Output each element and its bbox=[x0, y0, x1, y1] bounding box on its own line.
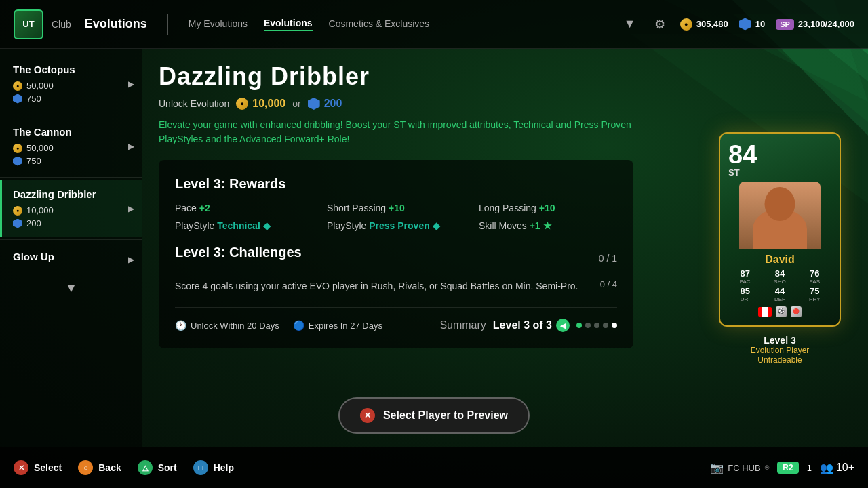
sidebar-item-name-dazzling: Dazzling Dribbler bbox=[13, 188, 132, 200]
dazzling-costs: ● 10,000 200 bbox=[13, 205, 132, 228]
card-stats: 87 PAC 84 SHO 76 PAS 85 DRI 44 DEF 75 PH… bbox=[728, 268, 831, 302]
challenge-progress-total: 0 / 1 bbox=[599, 253, 617, 264]
stat-phy: 75 PHY bbox=[798, 286, 831, 302]
rewards-grid: Pace +2 Short Passing +10 Long Passing +… bbox=[175, 203, 617, 231]
coin-icon-small: ● bbox=[13, 81, 22, 91]
players-count: 👥 10+ bbox=[820, 462, 854, 474]
player-card: 84 ST David 87 PAC 84 SHO 76 PAS 85 DRI … bbox=[719, 132, 841, 327]
x-icon-footer: ✕ bbox=[14, 460, 28, 475]
sidebar-item-name-glowup: Glow Up bbox=[13, 251, 132, 262]
help-footer-label: Help bbox=[214, 462, 234, 473]
player-panel: 84 ST David 87 PAC 84 SHO 76 PAS 85 DRI … bbox=[692, 49, 868, 447]
nav-club[interactable]: Club bbox=[52, 19, 71, 30]
filter-icon[interactable]: ▼ bbox=[620, 15, 639, 34]
unlock-label: Unlock Evolution bbox=[159, 98, 229, 109]
triangle-icon-footer: △ bbox=[138, 460, 153, 475]
unlock-row: Unlock Evolution ● 10,000 or 200 bbox=[159, 98, 678, 110]
square-icon-footer: □ bbox=[193, 460, 208, 475]
sp-display: SP 23,100/24,000 bbox=[776, 19, 854, 30]
select-player-button[interactable]: ✕ Select Player to Preview bbox=[338, 397, 530, 434]
camera-fchub: 📷 FC HUB ® bbox=[710, 462, 769, 474]
reward-pace: Pace +2 bbox=[175, 203, 313, 214]
select-footer-btn[interactable]: ✕ Select bbox=[14, 460, 62, 475]
shield-icon-small bbox=[13, 94, 22, 104]
sidebar: The Octopus ● 50,000 750 ▶ The Cannon ● … bbox=[0, 49, 142, 447]
reward-playstyle-press: PlayStyle Press Proven ◆ bbox=[327, 220, 465, 231]
x-button-icon: ✕ bbox=[360, 408, 375, 423]
clock-icon: 🕐 bbox=[175, 320, 186, 331]
select-footer-label: Select bbox=[34, 462, 62, 473]
unlock-or: or bbox=[292, 98, 300, 109]
evolution-title: Dazzling Dribbler bbox=[159, 62, 678, 91]
dot-1 bbox=[576, 323, 582, 328]
players-plus-label: 10+ bbox=[836, 462, 854, 474]
reward-playstyle-technical: PlayStyle Technical ◆ bbox=[175, 220, 313, 231]
challenges-title: Level 3: Challenges bbox=[175, 245, 302, 260]
r2-badge: R2 bbox=[777, 462, 798, 474]
challenge-progress-sub: 0 / 4 bbox=[600, 279, 617, 289]
level-circle[interactable]: ◀ bbox=[556, 319, 570, 332]
chevron-right-icon4: ▶ bbox=[128, 255, 134, 264]
sidebar-item-name-cannon: The Cannon bbox=[13, 126, 132, 138]
coin-icon-unlock: ● bbox=[236, 98, 248, 110]
card-rating: 84 bbox=[728, 142, 831, 167]
sidebar-item-cannon[interactable]: The Cannon ● 50,000 750 ▶ bbox=[0, 118, 142, 174]
expires-timer: 🔵 Expires In 27 Days bbox=[293, 320, 382, 331]
topbar: UT Club Evolutions My Evolutions Evoluti… bbox=[0, 0, 868, 49]
coin-icon-small2: ● bbox=[13, 144, 22, 153]
footer-right: 📷 FC HUB ® R2 1 👥 10+ bbox=[710, 462, 854, 474]
footer: ✕ Select ○ Back △ Sort □ Help 📷 FC HUB ®… bbox=[0, 447, 868, 488]
ut-logo: UT bbox=[14, 9, 43, 39]
sidebar-divider2 bbox=[0, 177, 142, 178]
challenges-section: Level 3: Challenges 0 / 1 Score 4 goals … bbox=[175, 245, 617, 293]
top-nav: Club Evolutions My Evolutions Evolutions… bbox=[52, 14, 620, 35]
dot-3 bbox=[594, 323, 599, 328]
stat-sho: 84 SHO bbox=[763, 268, 796, 285]
chevron-right-icon: ▶ bbox=[128, 79, 134, 89]
dot-2 bbox=[585, 323, 591, 328]
sidebar-divider3 bbox=[0, 239, 142, 240]
stat-pac: 87 PAC bbox=[728, 268, 762, 285]
evo-player-label: Evolution Player bbox=[751, 346, 810, 355]
level-indicator: Level 3 of 3 ◀ bbox=[493, 319, 570, 332]
nav-separator bbox=[167, 14, 168, 35]
o-icon-footer: ○ bbox=[78, 460, 93, 475]
sort-footer-btn[interactable]: △ Sort bbox=[138, 460, 177, 475]
sidebar-item-dazzling[interactable]: Dazzling Dribbler ● 10,000 200 ▶ bbox=[0, 180, 142, 237]
select-player-label: Select Player to Preview bbox=[383, 409, 508, 422]
sidebar-divider bbox=[0, 115, 142, 115]
chevron-right-icon2: ▶ bbox=[128, 142, 134, 151]
sidebar-item-octopus[interactable]: The Octopus ● 50,000 750 ▶ bbox=[0, 56, 142, 112]
card-player-name: David bbox=[728, 253, 831, 266]
reward-long-passing: Long Passing +10 bbox=[479, 203, 617, 214]
shield-currency-icon bbox=[739, 18, 751, 30]
rewards-title: Level 3: Rewards bbox=[175, 176, 617, 192]
sort-footer-label: Sort bbox=[158, 462, 177, 473]
octopus-costs: ● 50,000 750 bbox=[13, 81, 132, 104]
tab-evolutions[interactable]: Evolutions bbox=[264, 18, 313, 31]
unlock-cost-pts: 200 bbox=[308, 98, 342, 110]
stat-pas: 76 PAS bbox=[798, 268, 831, 285]
shield-icon-small3 bbox=[13, 219, 22, 228]
rewards-panel: Level 3: Rewards Pace +2 Short Passing +… bbox=[159, 160, 633, 348]
evo-untradeable-label: Untradeable bbox=[751, 355, 810, 365]
tab-cosmetics[interactable]: Cosmetics & Exclusives bbox=[329, 18, 430, 30]
card-flags: ⚽ 🔴 bbox=[728, 306, 831, 317]
coin-icon: ● bbox=[680, 18, 692, 30]
nav-evolutions-title[interactable]: Evolutions bbox=[85, 17, 147, 31]
canada-flag bbox=[758, 307, 772, 317]
sp-badge: SP bbox=[776, 19, 794, 30]
tab-my-evolutions[interactable]: My Evolutions bbox=[189, 18, 248, 30]
unlock-timer: 🕐 Unlock Within 20 Days bbox=[175, 320, 279, 331]
league-badge: ⚽ bbox=[776, 306, 787, 317]
settings-icon[interactable]: ⚙ bbox=[650, 15, 669, 34]
sidebar-item-glowup[interactable]: Glow Up ▶ bbox=[0, 243, 142, 276]
unlock-cost-coins: ● 10,000 bbox=[236, 98, 285, 110]
coin-icon-small3: ● bbox=[13, 206, 22, 216]
shield-icon-unlock bbox=[308, 98, 320, 110]
stat-dri: 85 DRI bbox=[728, 286, 762, 302]
evolution-level-display: Level 3 Evolution Player Untradeable bbox=[751, 335, 810, 365]
back-footer-btn[interactable]: ○ Back bbox=[78, 460, 121, 475]
help-footer-btn[interactable]: □ Help bbox=[193, 460, 234, 475]
expires-icon: 🔵 bbox=[293, 320, 304, 331]
